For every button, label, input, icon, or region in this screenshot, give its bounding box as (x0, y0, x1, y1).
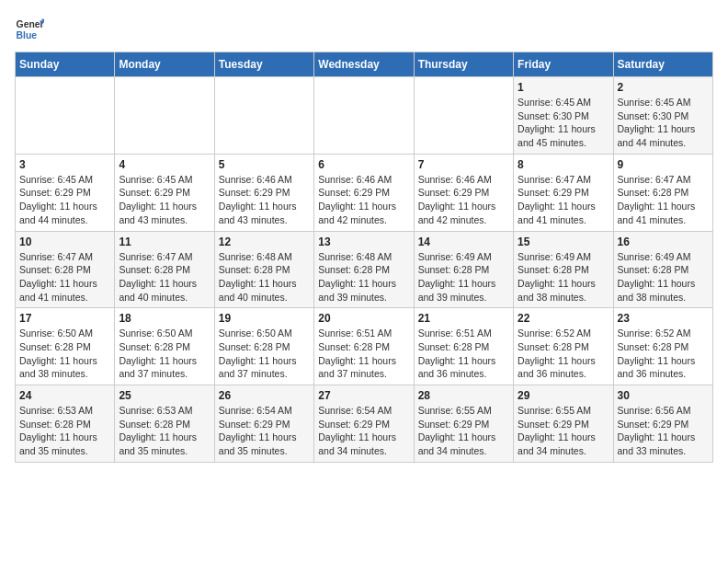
day-info: Sunrise: 6:53 AM Sunset: 6:28 PM Dayligh… (119, 404, 210, 458)
weekday-header-saturday: Saturday (613, 52, 712, 77)
day-info: Sunrise: 6:54 AM Sunset: 6:29 PM Dayligh… (318, 404, 409, 458)
week-row-3: 10Sunrise: 6:47 AM Sunset: 6:28 PM Dayli… (16, 231, 713, 308)
calendar-cell: 29Sunrise: 6:55 AM Sunset: 6:29 PM Dayli… (514, 385, 613, 463)
day-info: Sunrise: 6:53 AM Sunset: 6:28 PM Dayligh… (19, 404, 110, 458)
day-number: 12 (219, 236, 310, 248)
day-number: 16 (618, 236, 709, 248)
logo-icon: General Blue (15, 15, 44, 44)
day-info: Sunrise: 6:50 AM Sunset: 6:28 PM Dayligh… (19, 327, 110, 381)
day-info: Sunrise: 6:47 AM Sunset: 6:28 PM Dayligh… (19, 250, 110, 304)
logo: General Blue (15, 15, 44, 44)
day-info: Sunrise: 6:50 AM Sunset: 6:28 PM Dayligh… (119, 327, 210, 381)
calendar-cell: 18Sunrise: 6:50 AM Sunset: 6:28 PM Dayli… (115, 308, 214, 385)
weekday-header-friday: Friday (514, 52, 613, 77)
calendar-cell: 19Sunrise: 6:50 AM Sunset: 6:28 PM Dayli… (214, 308, 313, 385)
day-number: 14 (418, 236, 509, 248)
day-number: 28 (418, 389, 509, 402)
weekday-header-thursday: Thursday (414, 52, 513, 77)
day-info: Sunrise: 6:55 AM Sunset: 6:29 PM Dayligh… (518, 404, 609, 458)
weekday-header-wednesday: Wednesday (314, 52, 414, 77)
calendar-cell: 12Sunrise: 6:48 AM Sunset: 6:28 PM Dayli… (214, 231, 313, 308)
day-number: 9 (618, 158, 709, 171)
week-row-2: 3Sunrise: 6:45 AM Sunset: 6:29 PM Daylig… (16, 154, 713, 231)
week-row-1: 1Sunrise: 6:45 AM Sunset: 6:30 PM Daylig… (16, 77, 713, 155)
day-info: Sunrise: 6:47 AM Sunset: 6:29 PM Dayligh… (518, 173, 609, 227)
calendar-cell: 5Sunrise: 6:46 AM Sunset: 6:29 PM Daylig… (214, 154, 313, 231)
day-info: Sunrise: 6:51 AM Sunset: 6:28 PM Dayligh… (418, 327, 509, 381)
week-row-4: 17Sunrise: 6:50 AM Sunset: 6:28 PM Dayli… (16, 308, 713, 385)
day-info: Sunrise: 6:49 AM Sunset: 6:28 PM Dayligh… (618, 250, 709, 304)
day-number: 7 (418, 158, 509, 171)
calendar-table: SundayMondayTuesdayWednesdayThursdayFrid… (15, 52, 713, 463)
calendar-cell: 16Sunrise: 6:49 AM Sunset: 6:28 PM Dayli… (613, 231, 712, 308)
day-number: 18 (119, 312, 210, 325)
calendar-cell: 8Sunrise: 6:47 AM Sunset: 6:29 PM Daylig… (514, 154, 613, 231)
day-info: Sunrise: 6:47 AM Sunset: 6:28 PM Dayligh… (618, 173, 709, 227)
calendar-cell (314, 77, 414, 155)
calendar-cell: 4Sunrise: 6:45 AM Sunset: 6:29 PM Daylig… (115, 154, 214, 231)
day-number: 23 (618, 312, 709, 325)
day-number: 3 (19, 158, 110, 171)
calendar-cell: 26Sunrise: 6:54 AM Sunset: 6:29 PM Dayli… (214, 385, 313, 463)
day-number: 2 (618, 81, 709, 94)
weekday-header-row: SundayMondayTuesdayWednesdayThursdayFrid… (16, 52, 713, 77)
calendar-cell: 13Sunrise: 6:48 AM Sunset: 6:28 PM Dayli… (314, 231, 414, 308)
calendar-cell (16, 77, 115, 155)
day-number: 21 (418, 312, 509, 325)
weekday-header-monday: Monday (115, 52, 214, 77)
day-number: 5 (219, 158, 310, 171)
day-number: 24 (19, 389, 110, 402)
calendar-cell: 20Sunrise: 6:51 AM Sunset: 6:28 PM Dayli… (314, 308, 414, 385)
calendar-cell (115, 77, 214, 155)
day-number: 25 (119, 389, 210, 402)
day-info: Sunrise: 6:50 AM Sunset: 6:28 PM Dayligh… (219, 327, 310, 381)
day-number: 22 (518, 312, 609, 325)
calendar-cell: 14Sunrise: 6:49 AM Sunset: 6:28 PM Dayli… (414, 231, 513, 308)
calendar-cell: 27Sunrise: 6:54 AM Sunset: 6:29 PM Dayli… (314, 385, 414, 463)
day-number: 4 (119, 158, 210, 171)
day-number: 26 (219, 389, 310, 402)
day-info: Sunrise: 6:46 AM Sunset: 6:29 PM Dayligh… (418, 173, 509, 227)
calendar-cell: 15Sunrise: 6:49 AM Sunset: 6:28 PM Dayli… (514, 231, 613, 308)
day-number: 19 (219, 312, 310, 325)
calendar-cell: 30Sunrise: 6:56 AM Sunset: 6:29 PM Dayli… (613, 385, 712, 463)
day-info: Sunrise: 6:49 AM Sunset: 6:28 PM Dayligh… (418, 250, 509, 304)
calendar-cell: 25Sunrise: 6:53 AM Sunset: 6:28 PM Dayli… (115, 385, 214, 463)
calendar-cell: 3Sunrise: 6:45 AM Sunset: 6:29 PM Daylig… (16, 154, 115, 231)
day-number: 20 (318, 312, 409, 325)
day-number: 29 (518, 389, 609, 402)
weekday-header-sunday: Sunday (16, 52, 115, 77)
svg-text:Blue: Blue (17, 30, 38, 40)
day-info: Sunrise: 6:55 AM Sunset: 6:29 PM Dayligh… (418, 404, 509, 458)
week-row-5: 24Sunrise: 6:53 AM Sunset: 6:28 PM Dayli… (16, 385, 713, 463)
calendar-cell: 1Sunrise: 6:45 AM Sunset: 6:30 PM Daylig… (514, 77, 613, 155)
day-number: 8 (518, 158, 609, 171)
day-number: 11 (119, 236, 210, 248)
calendar-cell: 28Sunrise: 6:55 AM Sunset: 6:29 PM Dayli… (414, 385, 513, 463)
day-info: Sunrise: 6:51 AM Sunset: 6:28 PM Dayligh… (318, 327, 409, 381)
day-info: Sunrise: 6:52 AM Sunset: 6:28 PM Dayligh… (518, 327, 609, 381)
calendar-cell: 21Sunrise: 6:51 AM Sunset: 6:28 PM Dayli… (414, 308, 513, 385)
calendar-cell: 11Sunrise: 6:47 AM Sunset: 6:28 PM Dayli… (115, 231, 214, 308)
svg-text:General: General (17, 19, 44, 29)
calendar-cell: 7Sunrise: 6:46 AM Sunset: 6:29 PM Daylig… (414, 154, 513, 231)
day-info: Sunrise: 6:52 AM Sunset: 6:28 PM Dayligh… (618, 327, 709, 381)
day-number: 13 (318, 236, 409, 248)
header: General Blue (15, 15, 713, 44)
weekday-header-tuesday: Tuesday (214, 52, 313, 77)
day-info: Sunrise: 6:45 AM Sunset: 6:30 PM Dayligh… (618, 96, 709, 150)
day-info: Sunrise: 6:54 AM Sunset: 6:29 PM Dayligh… (219, 404, 310, 458)
day-info: Sunrise: 6:49 AM Sunset: 6:28 PM Dayligh… (518, 250, 609, 304)
day-number: 15 (518, 236, 609, 248)
day-number: 6 (318, 158, 409, 171)
calendar-cell (414, 77, 513, 155)
calendar-cell: 22Sunrise: 6:52 AM Sunset: 6:28 PM Dayli… (514, 308, 613, 385)
calendar-cell: 24Sunrise: 6:53 AM Sunset: 6:28 PM Dayli… (16, 385, 115, 463)
calendar-cell: 6Sunrise: 6:46 AM Sunset: 6:29 PM Daylig… (314, 154, 414, 231)
day-info: Sunrise: 6:47 AM Sunset: 6:28 PM Dayligh… (119, 250, 210, 304)
day-number: 17 (19, 312, 110, 325)
calendar-cell: 17Sunrise: 6:50 AM Sunset: 6:28 PM Dayli… (16, 308, 115, 385)
calendar-cell: 10Sunrise: 6:47 AM Sunset: 6:28 PM Dayli… (16, 231, 115, 308)
day-info: Sunrise: 6:48 AM Sunset: 6:28 PM Dayligh… (318, 250, 409, 304)
day-number: 27 (318, 389, 409, 402)
